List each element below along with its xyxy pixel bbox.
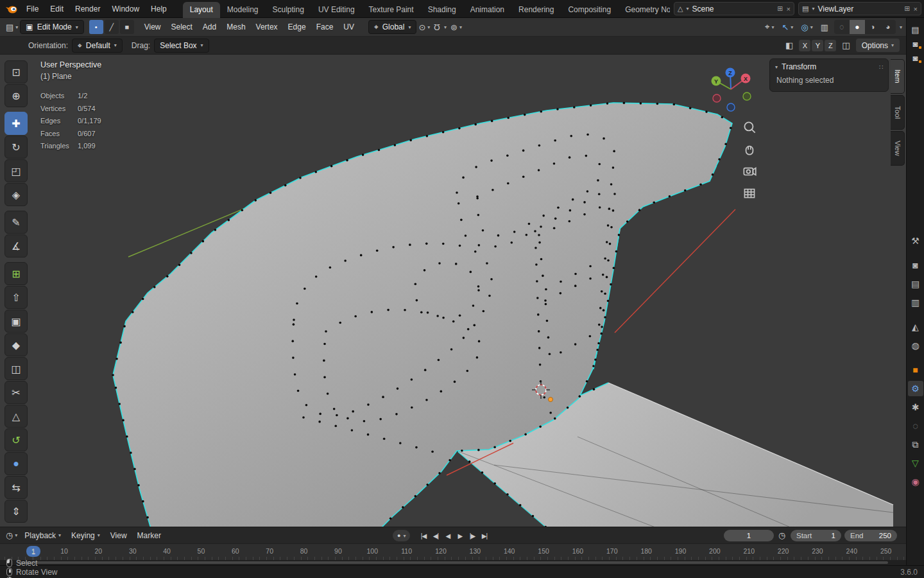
editor-type-button[interactable]: ▤▾ bbox=[4, 22, 20, 32]
gizmo-axis-y-neg[interactable] bbox=[743, 92, 751, 100]
viewlayer-name[interactable]: ViewLayer bbox=[817, 4, 901, 13]
tool-tweak-select[interactable]: ⊡ bbox=[4, 60, 28, 83]
overlays-dropdown[interactable]: ◎▾ bbox=[799, 22, 814, 32]
camera-view-icon[interactable] bbox=[741, 162, 758, 179]
timeline-menu-keying[interactable]: Keying▾ bbox=[66, 529, 105, 542]
new-viewlayer-button[interactable]: ⊞ bbox=[904, 4, 910, 13]
workspace-tab-texture-paint[interactable]: Texture Paint bbox=[362, 2, 421, 18]
orientation-default-dropdown[interactable]: ⌖ Default ▾ bbox=[72, 39, 123, 53]
gizmo-axis-x-neg[interactable] bbox=[713, 94, 721, 102]
axis-toggle-y[interactable]: Y bbox=[812, 40, 823, 51]
viewport-menu-uv[interactable]: UV bbox=[338, 21, 359, 33]
transform-orientation-dropdown[interactable]: ⌖ Global ▾ bbox=[368, 20, 416, 34]
select-mode-vertex[interactable]: • bbox=[89, 20, 103, 34]
properties-tab-view-layer[interactable]: ▥ bbox=[908, 295, 923, 310]
viewport-menu-edge[interactable]: Edge bbox=[283, 21, 311, 33]
sidebar-tab-view[interactable]: View bbox=[891, 131, 905, 166]
viewport-canvas[interactable] bbox=[0, 55, 906, 527]
timeline-menu-playback[interactable]: Playback▾ bbox=[19, 529, 66, 542]
tool-edge-slide[interactable]: ⇆ bbox=[4, 476, 28, 499]
tool-smooth[interactable]: ● bbox=[4, 452, 28, 475]
frame-start-field[interactable]: Start1 bbox=[791, 530, 841, 541]
scene-name[interactable]: Scene bbox=[692, 4, 774, 13]
properties-tab-constraints[interactable]: ⧉ bbox=[908, 437, 923, 452]
properties-tab-modifiers[interactable]: ⚙ bbox=[908, 381, 923, 396]
pivot-point-button[interactable]: ⊙▾ bbox=[416, 22, 432, 32]
playback-previous-keyframe[interactable]: ◀| bbox=[430, 529, 441, 542]
axis-toggle-x[interactable]: X bbox=[799, 40, 810, 51]
workspace-tab-sculpting[interactable]: Sculpting bbox=[266, 2, 311, 18]
playback-jump-to-end[interactable]: ▶| bbox=[479, 529, 490, 542]
properties-tab-world[interactable]: ◍ bbox=[908, 338, 923, 353]
unlink-scene-button[interactable]: × bbox=[787, 5, 791, 13]
toggle-perspective-icon[interactable] bbox=[741, 184, 758, 201]
tool-annotate[interactable]: ✎ bbox=[4, 211, 28, 234]
timeline-editor-type-button[interactable]: ◷▾ bbox=[4, 530, 19, 540]
properties-tab-tool[interactable]: ⚒ bbox=[908, 233, 923, 249]
workspace-tab-shading[interactable]: Shading bbox=[421, 2, 463, 18]
tool-extrude-region[interactable]: ⇧ bbox=[4, 286, 28, 309]
viewport-menu-select[interactable]: Select bbox=[166, 21, 198, 33]
timeline-scrollbar[interactable] bbox=[0, 560, 906, 565]
playback-play[interactable]: ▶ bbox=[454, 529, 465, 542]
workspace-tab-uv-editing[interactable]: UV Editing bbox=[311, 2, 362, 18]
properties-header-icon[interactable]: ▤ bbox=[909, 22, 923, 37]
menu-window[interactable]: Window bbox=[106, 3, 145, 15]
render-view-toggle-1-icon[interactable]: ◙ bbox=[909, 37, 923, 51]
playback-next-keyframe[interactable]: |▶ bbox=[466, 529, 477, 542]
menu-file[interactable]: File bbox=[21, 3, 44, 15]
remove-viewlayer-button[interactable]: × bbox=[914, 5, 918, 13]
tool-loop-cut[interactable]: ◫ bbox=[4, 357, 28, 380]
workspace-tab-animation[interactable]: Animation bbox=[463, 2, 511, 18]
panel-collapse-icon[interactable]: ▾ bbox=[775, 64, 778, 70]
viewlayer-selector[interactable]: ▤ ▾ ViewLayer ⊞ × bbox=[798, 2, 921, 15]
options-dropdown[interactable]: Options▾ bbox=[856, 39, 900, 52]
show-gizmo-button[interactable]: ⌖▾ bbox=[763, 22, 776, 32]
tool-rotate[interactable]: ↻ bbox=[4, 136, 28, 159]
gizmo-axis-z-neg[interactable] bbox=[727, 103, 735, 111]
render-view-toggle-2-icon[interactable]: ◙ bbox=[909, 51, 923, 65]
mode-dropdown[interactable]: ▣ Edit Mode ▾ bbox=[20, 20, 83, 34]
axis-toggle-z[interactable]: Z bbox=[825, 40, 836, 51]
viewport-menu-view[interactable]: View bbox=[139, 21, 166, 33]
menu-render[interactable]: Render bbox=[69, 3, 106, 15]
blender-logo-icon[interactable] bbox=[5, 4, 18, 14]
viewport-menu-face[interactable]: Face bbox=[311, 21, 339, 33]
shading-material-preview[interactable]: ◑ bbox=[865, 20, 880, 34]
timeline-menu-marker[interactable]: Marker bbox=[132, 529, 166, 542]
viewport-menu-mesh[interactable]: Mesh bbox=[221, 21, 250, 33]
tool-shrink-fatten[interactable]: ⇕ bbox=[4, 500, 28, 523]
panel-grip-icon[interactable]: ∷ bbox=[879, 64, 883, 71]
tool-add-cube[interactable]: ⊞ bbox=[4, 262, 28, 285]
zoom-icon[interactable] bbox=[741, 119, 758, 136]
snap-toggle[interactable]: Ω bbox=[432, 22, 442, 32]
properties-tab-object[interactable]: ■ bbox=[908, 362, 923, 378]
viewport-menu-vertex[interactable]: Vertex bbox=[251, 21, 283, 33]
xray-toggle[interactable]: ▥ bbox=[819, 22, 830, 32]
properties-tab-material[interactable]: ◉ bbox=[908, 474, 923, 489]
scene-selector[interactable]: △ ▾ Scene ⊞ × bbox=[674, 2, 794, 15]
tool-scale[interactable]: ◰ bbox=[4, 159, 28, 182]
snap-target-icon[interactable]: ◧ bbox=[783, 40, 795, 50]
properties-tab-physics[interactable]: ◌ bbox=[908, 418, 923, 434]
drag-mode-dropdown[interactable]: Select Box ▾ bbox=[154, 39, 209, 53]
tool-knife[interactable]: ✂ bbox=[4, 381, 28, 404]
playback-jump-to-start[interactable]: |◀ bbox=[418, 529, 429, 542]
frame-end-field[interactable]: End250 bbox=[844, 530, 897, 541]
tool-bevel[interactable]: ◆ bbox=[4, 333, 28, 356]
shading-dropdown[interactable]: ▾ bbox=[900, 24, 902, 30]
new-scene-button[interactable]: ⊞ bbox=[777, 4, 783, 13]
workspace-tab-geometry-nodes[interactable]: Geometry Nodes bbox=[618, 2, 670, 18]
properties-tab-output[interactable]: ▤ bbox=[908, 276, 923, 292]
tool-poly-build[interactable]: △ bbox=[4, 405, 28, 428]
sidebar-tab-tool[interactable]: Tool bbox=[891, 95, 905, 130]
tool-cursor[interactable]: ⊕ bbox=[4, 84, 28, 107]
tool-move[interactable]: ✚ bbox=[4, 112, 28, 135]
select-mode-edge[interactable]: ╱ bbox=[105, 20, 119, 34]
shading-wireframe[interactable]: ◌ bbox=[834, 20, 850, 34]
current-frame-field[interactable]: 1 bbox=[724, 530, 774, 541]
workspace-tab-rendering[interactable]: Rendering bbox=[511, 2, 561, 18]
properties-tab-render[interactable]: ◙ bbox=[908, 258, 923, 273]
properties-tab-object-data[interactable]: ▽ bbox=[908, 455, 923, 471]
menu-edit[interactable]: Edit bbox=[44, 3, 69, 15]
